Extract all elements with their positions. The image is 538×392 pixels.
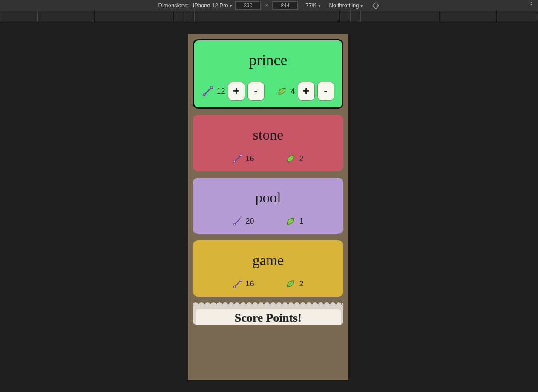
- stick-count: 12: [216, 87, 225, 96]
- player-card-prince[interactable]: prince 12 + - 4: [193, 39, 343, 109]
- leaf-icon: [276, 85, 288, 97]
- chevron-down-icon: ▼: [229, 4, 233, 8]
- stick-icon: [233, 153, 243, 164]
- svg-rect-0: [373, 2, 379, 9]
- canvas-area: prince 12 + - 4: [0, 22, 538, 392]
- more-options-icon[interactable]: ⋮: [528, 1, 535, 4]
- stick-icon: [202, 85, 214, 97]
- svg-point-12: [240, 280, 242, 282]
- score-panel-title: Score Points!: [196, 311, 341, 325]
- leaf-icon: [285, 153, 297, 164]
- devtools-device-bar: Dimensions: iPhone 12 Pro▼ × 77%▼ No thr…: [0, 0, 538, 11]
- stick-minus-button[interactable]: -: [247, 82, 265, 101]
- player-name: prince: [194, 51, 342, 69]
- player-name: stone: [193, 127, 343, 143]
- dimension-separator: ×: [265, 3, 268, 9]
- score-panel: Score Points!: [193, 304, 343, 325]
- svg-point-3: [211, 86, 213, 89]
- svg-point-8: [234, 223, 236, 225]
- leaf-count: 4: [291, 87, 295, 96]
- stick-count: 16: [245, 154, 254, 163]
- leaf-count: 1: [299, 217, 304, 226]
- svg-point-6: [240, 154, 242, 156]
- chevron-down-icon: ▼: [360, 4, 364, 8]
- svg-line-4: [235, 156, 241, 162]
- width-input[interactable]: [235, 1, 261, 10]
- ruler-bar: [0, 11, 538, 22]
- leaf-plus-button[interactable]: +: [298, 82, 315, 101]
- svg-point-2: [203, 94, 205, 96]
- height-input[interactable]: [272, 1, 298, 10]
- leaf-count: 2: [299, 154, 304, 163]
- leaf-icon: [285, 278, 297, 290]
- svg-line-1: [204, 87, 212, 95]
- player-card-pool[interactable]: pool 20 1: [193, 178, 343, 234]
- stick-count: 20: [245, 217, 254, 226]
- player-card-game[interactable]: game 16 2: [193, 240, 343, 297]
- leaf-count: 2: [299, 280, 304, 288]
- rotate-icon[interactable]: [372, 2, 380, 9]
- zoom-selector[interactable]: 77%▼: [305, 2, 321, 9]
- svg-point-9: [240, 217, 242, 219]
- stick-icon: [233, 216, 243, 226]
- device-selector[interactable]: iPhone 12 Pro▼: [193, 2, 233, 9]
- dimensions-label: Dimensions:: [158, 2, 189, 9]
- chevron-down-icon: ▼: [317, 4, 321, 8]
- player-name: pool: [193, 190, 343, 206]
- leaf-icon: [285, 215, 297, 227]
- svg-point-11: [234, 286, 236, 288]
- svg-line-7: [235, 218, 241, 225]
- stick-count: 16: [245, 280, 254, 288]
- device-viewport: prince 12 + - 4: [188, 34, 348, 380]
- player-card-stone[interactable]: stone 16 2: [193, 115, 343, 171]
- stick-plus-button[interactable]: +: [228, 82, 245, 101]
- throttling-selector[interactable]: No throttling▼: [329, 2, 363, 9]
- svg-point-5: [234, 161, 236, 163]
- leaf-minus-button[interactable]: -: [317, 82, 334, 101]
- stick-icon: [233, 279, 243, 289]
- player-name: game: [193, 252, 343, 268]
- svg-line-10: [235, 281, 241, 287]
